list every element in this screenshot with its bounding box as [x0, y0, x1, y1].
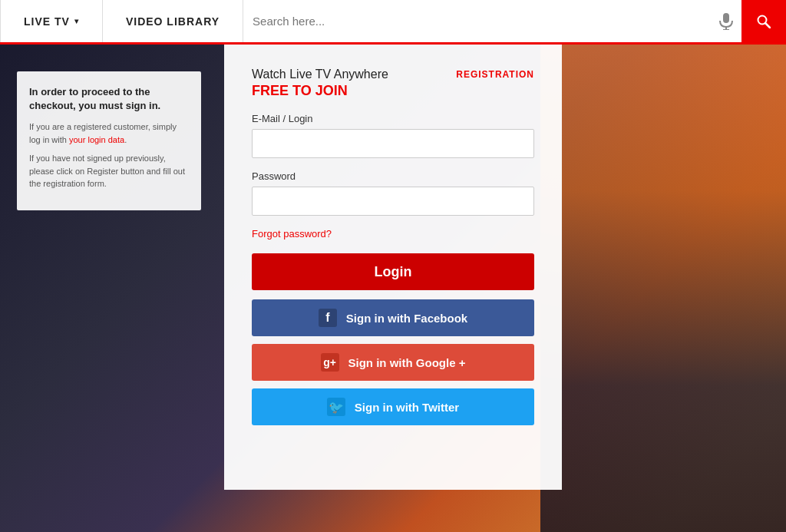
chevron-down-icon: ▾	[74, 17, 79, 25]
live-tv-label: LIVE TV	[24, 15, 70, 28]
twitter-icon: 🐦	[327, 398, 345, 416]
twitter-signin-button[interactable]: 🐦 Sign in with Twitter	[252, 388, 534, 425]
login-link[interactable]: your login data	[69, 135, 124, 144]
search-area	[243, 0, 786, 42]
email-group: E-Mail / Login	[252, 113, 534, 158]
mic-button[interactable]	[711, 0, 741, 42]
search-button[interactable]	[741, 0, 786, 42]
panel-header: Watch Live TV Anywhere FREE TO JOIN REGI…	[252, 66, 534, 99]
panel-title-block: Watch Live TV Anywhere FREE TO JOIN	[252, 66, 388, 99]
info-para-1: If you are a registered customer, simply…	[29, 121, 189, 146]
svg-rect-0	[723, 13, 729, 23]
info-heading: In order to proceed to the checkout, you…	[29, 85, 189, 113]
facebook-signin-button[interactable]: f Sign in with Facebook	[252, 299, 534, 336]
mic-icon	[719, 13, 733, 30]
live-tv-nav[interactable]: LIVE TV ▾	[0, 0, 103, 42]
panel-title: Watch Live TV Anywhere	[252, 66, 388, 83]
search-icon	[757, 15, 771, 28]
top-navigation: LIVE TV ▾ VIDEO LIBRARY	[0, 0, 786, 45]
video-library-label: VIDEO LIBRARY	[126, 15, 220, 28]
search-input[interactable]	[243, 0, 711, 42]
password-label: Password	[252, 170, 534, 182]
email-label: E-Mail / Login	[252, 113, 534, 124]
forgot-password-link[interactable]: Forgot password?	[252, 228, 534, 240]
twitter-btn-label: Sign in with Twitter	[355, 401, 459, 414]
login-button[interactable]: Login	[252, 253, 534, 290]
password-input[interactable]	[252, 187, 534, 216]
info-para-2: If you have not signed up previously, pl…	[29, 152, 189, 190]
login-panel: Watch Live TV Anywhere FREE TO JOIN REGI…	[224, 45, 562, 490]
info-box: In order to proceed to the checkout, you…	[17, 71, 201, 210]
google-icon: g+	[321, 353, 339, 372]
main-area: In order to proceed to the checkout, you…	[0, 45, 786, 532]
google-signin-button[interactable]: g+ Sign in with Google +	[252, 344, 534, 381]
video-library-nav[interactable]: VIDEO LIBRARY	[103, 0, 243, 42]
facebook-btn-label: Sign in with Facebook	[346, 312, 467, 325]
registration-link[interactable]: REGISTRATION	[456, 66, 534, 80]
svg-line-4	[765, 23, 770, 28]
panel-subtitle: FREE TO JOIN	[252, 83, 388, 99]
facebook-icon: f	[319, 309, 337, 327]
google-btn-label: Sign in with Google +	[348, 356, 466, 369]
email-input[interactable]	[252, 129, 534, 158]
password-group: Password	[252, 170, 534, 216]
